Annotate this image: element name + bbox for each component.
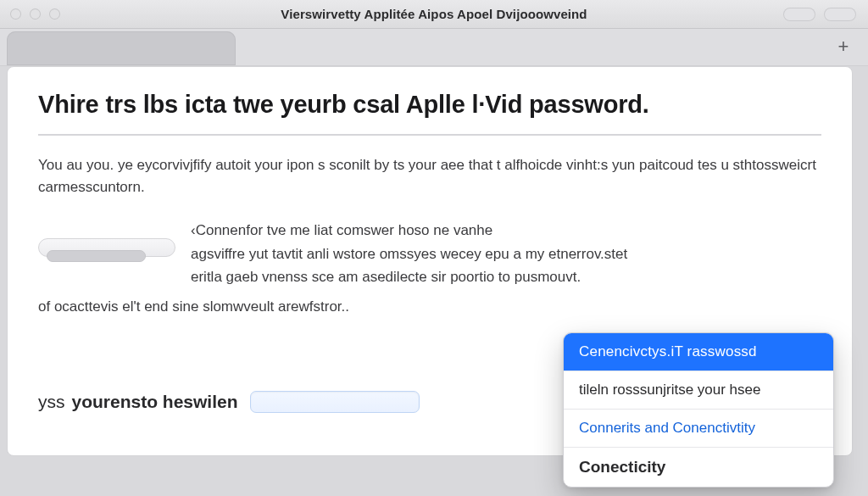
titlebar: Vierswirvetty Applitée Aipos Apoel Dvijo… bbox=[0, 0, 868, 29]
mid-text: ‹Connenfor tve me liat comswer hoso ne v… bbox=[191, 220, 627, 288]
selector-pill-inner bbox=[47, 250, 146, 262]
new-tab-button[interactable]: + bbox=[834, 37, 853, 56]
popover-option[interactable]: tileln rosssunjritse your hsee bbox=[564, 371, 833, 409]
window-title: Vierswirvetty Applitée Aipos Apoel Dvijo… bbox=[281, 7, 587, 21]
intro-paragraph: You au you. ye eycorvivjfify autoit your… bbox=[38, 154, 821, 198]
footer-prefix: yss bbox=[38, 392, 65, 412]
selector-stack bbox=[38, 220, 175, 288]
mid-line-1: ‹Connenfor tve me liat comswer hoso ne v… bbox=[191, 220, 627, 242]
tab-strip: + bbox=[0, 29, 868, 66]
popover-option-selected[interactable]: Cenencivctys.iT rasswossd bbox=[564, 333, 833, 371]
minimize-dot[interactable] bbox=[30, 8, 41, 20]
tab-active[interactable] bbox=[7, 31, 236, 65]
trailing-line: of ocacttevis el't end sine slomwveult a… bbox=[38, 298, 821, 315]
window-controls bbox=[10, 8, 60, 20]
titlebar-pill[interactable] bbox=[824, 8, 856, 21]
zoom-dot[interactable] bbox=[49, 8, 60, 20]
page-heading: Vhire trs lbs icta twe yeurb csal Aplle … bbox=[38, 91, 821, 119]
popover-option-strong[interactable]: Conecticity bbox=[564, 447, 833, 487]
footer-row: yss yourensto heswilen bbox=[38, 391, 420, 413]
close-dot[interactable] bbox=[10, 8, 21, 20]
password-input[interactable] bbox=[250, 391, 420, 413]
mid-line-2: agsviffre yut tavtit anli wstore omssyes… bbox=[191, 246, 627, 262]
footer-label: yourensto heswilen bbox=[72, 392, 238, 412]
titlebar-right-controls bbox=[783, 8, 856, 21]
mid-block: ‹Connenfor tve me liat comswer hoso ne v… bbox=[38, 220, 821, 288]
mid-line-3: eritla gaeb vnenss sce am asedilecte sir… bbox=[191, 269, 581, 285]
titlebar-pill[interactable] bbox=[783, 8, 815, 21]
divider bbox=[38, 134, 821, 136]
suggestion-popover: Cenencivctys.iT rasswossd tileln rosssun… bbox=[563, 332, 834, 488]
popover-option-link[interactable]: Connerits and Conenctivtity bbox=[564, 409, 833, 447]
